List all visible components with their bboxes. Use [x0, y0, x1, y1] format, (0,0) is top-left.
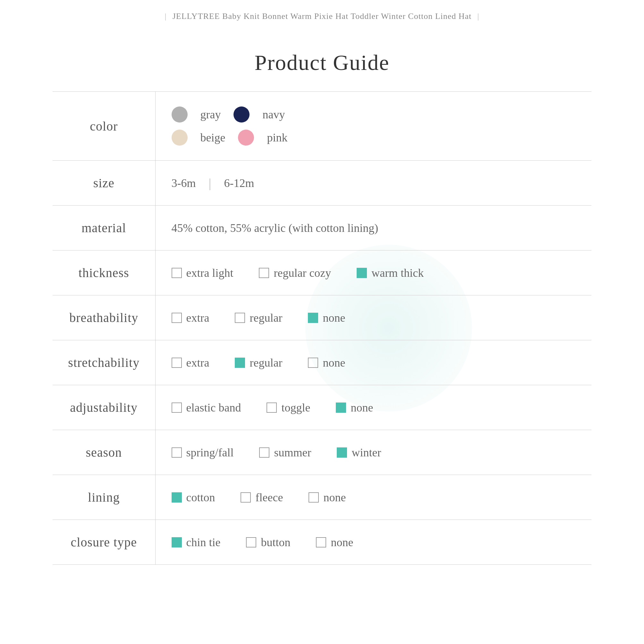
content-material: 45% cotton, 55% acrylic (with cotton lin… — [155, 206, 591, 250]
label-thickness: thickness — [53, 250, 155, 295]
label-color: color — [53, 92, 155, 161]
option-label-chin-tie: chin tie — [186, 536, 221, 549]
table-row-adjustability: adjustability elastic band toggle none — [53, 385, 591, 430]
option-stretchability-none: none — [308, 356, 345, 369]
option-label-breathability-none: none — [323, 311, 345, 325]
content-color: gray navy beige pink — [155, 92, 591, 161]
option-elastic-band: elastic band — [172, 401, 241, 414]
checkbox-spring-fall — [172, 447, 182, 458]
option-label-cotton: cotton — [186, 491, 215, 504]
option-label-button: button — [261, 536, 290, 549]
checkbox-cotton — [172, 492, 182, 503]
option-label-fleece: fleece — [255, 491, 283, 504]
material-value: 45% cotton, 55% acrylic (with cotton lin… — [172, 222, 378, 234]
option-label-summer: summer — [274, 446, 311, 459]
size-6-12m: 6-12m — [224, 176, 254, 190]
checkbox-stretchability-none — [308, 358, 318, 368]
checkbox-breathability-extra — [172, 313, 182, 323]
option-chin-tie: chin tie — [172, 536, 221, 549]
pipe-left: | — [165, 12, 166, 21]
option-summer: summer — [259, 446, 311, 459]
checkbox-winter — [337, 447, 347, 458]
label-season: season — [53, 430, 155, 475]
option-breathability-none: none — [308, 311, 345, 325]
label-material: material — [53, 206, 155, 250]
option-extra-light: extra light — [172, 266, 233, 280]
color-dot-beige — [172, 130, 188, 146]
option-label-toggle: toggle — [281, 401, 310, 414]
table-row-stretchability: stretchability extra regular none — [53, 340, 591, 385]
color-label-navy: navy — [262, 108, 285, 121]
option-breathability-extra: extra — [172, 311, 209, 325]
table-row-breathability: breathability extra regular none — [53, 295, 591, 340]
option-label-adjustability-none: none — [351, 401, 373, 414]
option-spring-fall: spring/fall — [172, 446, 234, 459]
color-dot-gray — [172, 106, 188, 123]
option-label-extra-light: extra light — [186, 266, 233, 280]
label-size: size — [53, 161, 155, 206]
table-row-size: size 3-6m | 6-12m — [53, 161, 591, 206]
option-lining-none: none — [309, 491, 346, 504]
content-lining: cotton fleece none — [155, 475, 591, 520]
option-regular-cozy: regular cozy — [259, 266, 331, 280]
checkbox-warm-thick — [357, 268, 367, 278]
option-label-breathability-regular: regular — [250, 311, 282, 325]
checkbox-extra-light — [172, 268, 182, 278]
content-breathability: extra regular none — [155, 295, 591, 340]
color-dot-pink — [238, 130, 254, 146]
label-lining: lining — [53, 475, 155, 520]
checkbox-elastic-band — [172, 403, 182, 413]
checkbox-button — [246, 537, 256, 547]
option-label-regular-cozy: regular cozy — [274, 266, 331, 280]
option-label-elastic-band: elastic band — [186, 401, 241, 414]
option-label-winter: winter — [352, 446, 381, 459]
option-adjustability-none: none — [336, 401, 373, 414]
checkbox-adjustability-none — [336, 403, 346, 413]
option-warm-thick: warm thick — [357, 266, 424, 280]
option-label-stretchability-regular: regular — [250, 356, 282, 369]
checkbox-fleece — [241, 492, 251, 503]
pipe-right: | — [477, 12, 479, 21]
table-row-season: season spring/fall summer winter — [53, 430, 591, 475]
header-title: JELLYTREE Baby Knit Bonnet Warm Pixie Ha… — [173, 12, 472, 21]
size-3-6m: 3-6m — [172, 176, 196, 190]
table-row-lining: lining cotton fleece none — [53, 475, 591, 520]
content-adjustability: elastic band toggle none — [155, 385, 591, 430]
option-breathability-regular: regular — [235, 311, 282, 325]
table-row-closure-type: closure type chin tie button none — [53, 520, 591, 565]
checkbox-summer — [259, 447, 269, 458]
checkbox-chin-tie — [172, 537, 182, 547]
label-adjustability: adjustability — [53, 385, 155, 430]
option-button: button — [246, 536, 290, 549]
checkbox-stretchability-extra — [172, 358, 182, 368]
color-label-beige: beige — [200, 131, 225, 144]
checkbox-lining-none — [309, 492, 319, 503]
table-row-thickness: thickness extra light regular cozy warm … — [53, 250, 591, 295]
option-label-closure-none: none — [331, 536, 353, 549]
option-label-lining-none: none — [323, 491, 346, 504]
option-closure-none: none — [316, 536, 353, 549]
option-stretchability-regular: regular — [235, 356, 282, 369]
table-row-color: color gray navy beige pink — [53, 92, 591, 161]
option-stretchability-extra: extra — [172, 356, 209, 369]
product-guide-table: color gray navy beige pink — [53, 91, 591, 565]
label-stretchability: stretchability — [53, 340, 155, 385]
page-title: Product Guide — [255, 50, 390, 75]
option-toggle: toggle — [267, 401, 310, 414]
color-label-gray: gray — [200, 108, 221, 121]
option-cotton: cotton — [172, 491, 215, 504]
label-breathability: breathability — [53, 295, 155, 340]
option-label-spring-fall: spring/fall — [186, 446, 234, 459]
option-fleece: fleece — [241, 491, 283, 504]
color-label-pink: pink — [267, 131, 287, 144]
table-row-material: material 45% cotton, 55% acrylic (with c… — [53, 206, 591, 250]
checkbox-stretchability-regular — [235, 358, 245, 368]
content-size: 3-6m | 6-12m — [155, 161, 591, 206]
content-stretchability: extra regular none — [155, 340, 591, 385]
color-dot-navy — [233, 106, 250, 123]
content-closure-type: chin tie button none — [155, 520, 591, 565]
checkbox-closure-none — [316, 537, 326, 547]
checkbox-breathability-none — [308, 313, 318, 323]
size-separator: | — [209, 175, 211, 191]
option-winter: winter — [337, 446, 381, 459]
